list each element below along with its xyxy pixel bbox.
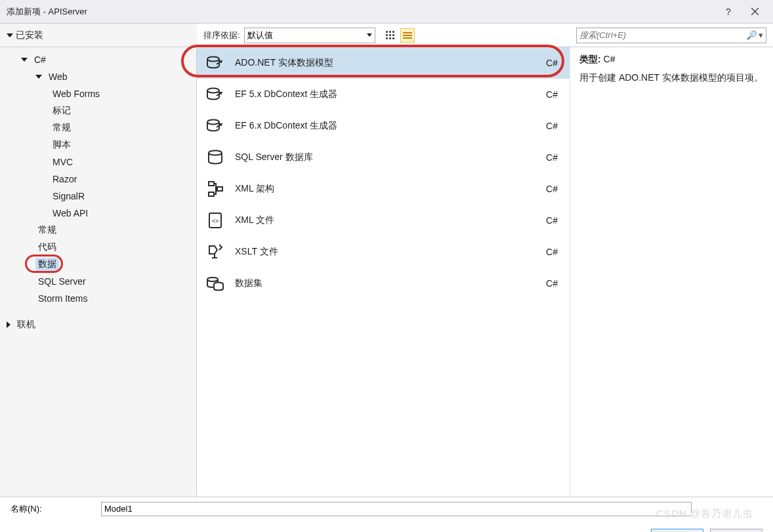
add-button[interactable]: 添加(A) (651, 529, 703, 532)
category-tree: C#WebWeb Forms标记常规脚本MVCRazorSignalRWeb A… (0, 47, 197, 497)
chevron-icon (35, 75, 42, 79)
search-box[interactable]: 🔍 ▾ (576, 28, 766, 43)
name-row: 名称(N): (0, 497, 773, 520)
cancel-button[interactable]: 取消 (710, 529, 763, 532)
tree-item-标记[interactable]: 标记 (0, 102, 196, 119)
svg-point-13 (207, 89, 219, 93)
search-icon[interactable]: 🔍 (747, 30, 757, 40)
svg-point-15 (209, 151, 222, 155)
tree-item-脚本[interactable]: 脚本 (0, 136, 196, 153)
xml-icon: <> (205, 210, 226, 231)
tree-item-label: Razor (50, 173, 79, 185)
svg-rect-5 (392, 34, 394, 36)
template-label: 数据集 (235, 277, 537, 289)
tree-item-常规[interactable]: 常规 (0, 222, 196, 239)
template-label: XML 文件 (235, 215, 537, 226)
tree-item-常规[interactable]: 常规 (0, 119, 196, 136)
db-icon (205, 147, 226, 168)
svg-rect-9 (403, 32, 412, 33)
view-small-icons-button[interactable] (400, 28, 415, 43)
svg-rect-16 (209, 182, 214, 186)
tree-item-Storm Items[interactable]: Storm Items (0, 290, 196, 307)
svg-point-21 (207, 277, 218, 281)
svg-text:<>: <> (212, 218, 219, 224)
tree-item-label: 常规 (35, 224, 59, 237)
search-dropdown-icon[interactable]: ▾ (759, 30, 763, 40)
svg-rect-0 (386, 31, 388, 33)
titlebar: 添加新项 - APIServer ? (0, 0, 773, 24)
grid-icon (386, 31, 395, 40)
template-language: C# (546, 247, 562, 257)
svg-rect-10 (403, 35, 412, 36)
chevron-right-icon (7, 321, 10, 328)
template-item[interactable]: 数据集C# (197, 268, 570, 299)
svg-point-12 (207, 57, 219, 62)
help-button[interactable]: ? (715, 2, 742, 22)
template-language: C# (546, 215, 562, 226)
sort-label: 排序依据: (203, 30, 240, 41)
tree-item-数据[interactable]: 数据 (0, 256, 196, 273)
template-list: ADO.NET 实体数据模型C#EF 5.x DbContext 生成器C#EF… (197, 47, 570, 497)
template-language: C# (546, 89, 562, 100)
view-medium-icons-button[interactable] (383, 28, 398, 43)
tree-item-label: SignalR (50, 190, 87, 202)
tree-item-online[interactable]: 联机 (0, 316, 196, 333)
template-language: C# (546, 58, 562, 68)
svg-point-14 (207, 120, 219, 125)
tree-item-label: SQL Server (35, 276, 89, 287)
svg-rect-6 (386, 37, 388, 39)
tree-item-label: 常规 (50, 121, 73, 134)
tree-item-label: Web API (50, 207, 91, 219)
template-language: C# (546, 152, 562, 163)
template-item[interactable]: SQL Server 数据库C# (197, 142, 570, 173)
tree-item-label: C# (31, 54, 49, 66)
db-arrow-icon (205, 115, 226, 136)
template-label: EF 6.x DbContext 生成器 (235, 120, 537, 132)
sort-combobox[interactable]: 默认值 (244, 28, 375, 43)
template-item[interactable]: XML 架构C# (197, 173, 570, 205)
template-item[interactable]: EF 6.x DbContext 生成器C# (197, 110, 570, 142)
svg-rect-18 (217, 187, 222, 191)
svg-rect-17 (209, 192, 214, 196)
xslt-icon (205, 241, 226, 262)
chevron-icon (21, 58, 28, 62)
tree-item-label: Web (46, 71, 70, 83)
tree-item-Web Forms[interactable]: Web Forms (0, 85, 196, 102)
svg-rect-2 (392, 31, 394, 33)
sidebar-header[interactable]: 已安装 (0, 24, 197, 47)
tree-item-MVC[interactable]: MVC (0, 153, 196, 171)
close-button[interactable] (742, 2, 768, 22)
svg-rect-8 (392, 37, 394, 39)
info-description: 用于创建 ADO.NET 实体数据模型的项目项。 (579, 71, 764, 85)
tree-item-Web API[interactable]: Web API (0, 205, 196, 222)
template-language: C# (546, 184, 562, 194)
svg-rect-1 (389, 31, 391, 33)
template-item[interactable]: EF 5.x DbContext 生成器C# (197, 79, 570, 110)
template-label: ADO.NET 实体数据模型 (235, 57, 537, 69)
tree-item-C#[interactable]: C# (0, 51, 196, 68)
name-input[interactable] (101, 502, 692, 516)
tree-item-label: MVC (50, 156, 75, 168)
list-icon (403, 31, 412, 39)
dialog-buttons: 添加(A) 取消 (0, 520, 773, 532)
tree-item-Razor[interactable]: Razor (0, 171, 196, 188)
search-input[interactable] (579, 30, 747, 40)
info-type-value: C# (604, 54, 616, 64)
svg-rect-3 (386, 34, 388, 36)
toolbar: 已安装 排序依据: 默认值 🔍 ▾ (0, 24, 773, 47)
svg-rect-7 (389, 37, 391, 39)
template-item[interactable]: ADO.NET 实体数据模型C# (197, 47, 570, 79)
tree-item-Web[interactable]: Web (0, 68, 196, 85)
svg-rect-11 (403, 37, 412, 39)
tree-item-SignalR[interactable]: SignalR (0, 188, 196, 205)
tree-item-SQL Server[interactable]: SQL Server (0, 273, 196, 290)
tree-item-label: 联机 (14, 318, 38, 331)
db-arrow-icon (205, 52, 226, 73)
tree-item-label: 标记 (50, 104, 73, 117)
close-icon (751, 8, 759, 15)
template-item[interactable]: XSLT 文件C# (197, 236, 570, 268)
tree-item-代码[interactable]: 代码 (0, 239, 196, 256)
tree-item-label: Web Forms (50, 88, 102, 100)
template-item[interactable]: <>XML 文件C# (197, 205, 570, 236)
template-language: C# (546, 278, 562, 289)
